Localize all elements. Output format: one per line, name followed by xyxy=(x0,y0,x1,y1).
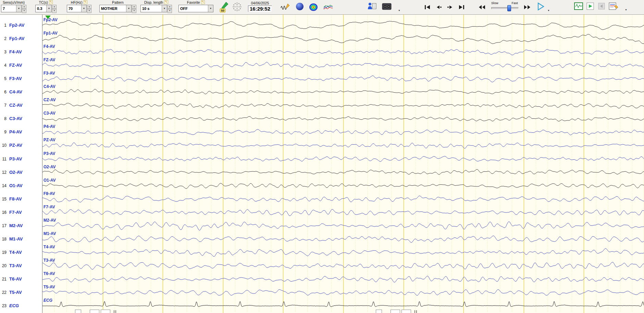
channel-label[interactable]: F7-AV xyxy=(9,209,22,216)
hf-edit-pen-icon[interactable]: ✎ xyxy=(84,0,88,4)
tc-combobox[interactable]: 0.3 ▼ xyxy=(35,5,52,12)
channel-label[interactable]: FZ-AV xyxy=(9,62,22,69)
speed-slider-track[interactable] xyxy=(491,7,519,9)
report-dropdown-arrow-icon[interactable]: ▼ xyxy=(625,8,627,12)
disp-length-spin-up-icon[interactable]: ▲ xyxy=(168,5,172,9)
channel-label[interactable]: O2-AV xyxy=(9,169,23,176)
disp-length-value: 10 s xyxy=(141,6,162,11)
hf-spinner[interactable]: ▲▼ xyxy=(87,5,91,13)
disp-length-edit-pen-icon[interactable]: ✎ xyxy=(164,0,168,4)
dsa-trend-icon[interactable] xyxy=(323,4,333,11)
channel-number: 6 xyxy=(0,89,7,95)
3d-head-map-icon[interactable] xyxy=(296,3,304,10)
event-marker-box[interactable] xyxy=(401,310,411,313)
electrode-map-icon[interactable] xyxy=(232,2,242,13)
channel-number: 2 xyxy=(0,35,7,42)
favorite-label: Favorite✎ xyxy=(178,0,214,5)
channel-label[interactable]: T6-AV xyxy=(9,276,22,283)
channel-row: 23ECG xyxy=(0,302,19,309)
topo-map-icon[interactable] xyxy=(309,3,318,13)
disp-length-spinner[interactable]: ▲▼ xyxy=(168,5,172,13)
channel-label[interactable]: P4-AV xyxy=(9,129,22,135)
pattern-spinner[interactable]: ▲▼ xyxy=(132,5,136,13)
channel-label[interactable]: T3-AV xyxy=(9,262,22,269)
channel-label[interactable]: O1-AV xyxy=(9,182,23,189)
jump-end-button[interactable] xyxy=(457,4,466,11)
channel-label[interactable]: M1-AV xyxy=(9,236,23,243)
channel-number: 3 xyxy=(0,49,7,55)
event-marker-box[interactable] xyxy=(75,310,81,313)
channel-row: 5F3-AV xyxy=(0,75,22,82)
pattern-spin-up-icon[interactable]: ▲ xyxy=(132,5,136,9)
sens-spin-down-icon[interactable]: ▼ xyxy=(22,9,26,13)
position-marker-icon[interactable] xyxy=(45,14,51,21)
video-dropdown-arrow-icon[interactable]: ▼ xyxy=(398,9,400,12)
report-edit-icon[interactable] xyxy=(608,2,619,12)
play-dropdown-arrow-icon[interactable]: ▼ xyxy=(547,9,550,12)
video-icon[interactable] xyxy=(382,2,393,12)
channel-row: 4FZ-AV xyxy=(0,62,22,69)
trace-label: T3-AV xyxy=(44,258,55,263)
event-marker-box[interactable] xyxy=(376,310,382,313)
event-marker-box[interactable] xyxy=(101,310,110,313)
step-back-button[interactable] xyxy=(434,4,443,11)
pattern-combobox[interactable]: MOTHER ▼ xyxy=(99,5,132,12)
channel-label[interactable]: M2-AV xyxy=(9,222,23,229)
tc-edit-pen-icon[interactable]: ✎ xyxy=(49,0,53,4)
channel-row: 3F4-AV xyxy=(0,49,22,55)
favorite-dropdown-arrow-icon: ▼ xyxy=(208,5,213,12)
channel-label[interactable]: T4-AV xyxy=(9,249,22,256)
tc-label: TC(s)✎ xyxy=(35,0,57,5)
hf-combobox[interactable]: 70 ▼ xyxy=(67,5,87,12)
monitor-wave-icon[interactable] xyxy=(574,2,583,12)
tc-spinner[interactable]: ▲▼ xyxy=(52,5,57,13)
jump-start-button[interactable] xyxy=(423,4,432,11)
tc-spin-up-icon[interactable]: ▲ xyxy=(52,5,57,9)
remote-play-icon[interactable] xyxy=(586,2,594,12)
step-forward-button[interactable] xyxy=(446,4,455,11)
datetime-display: 04/06/2025 16:29:52 xyxy=(245,1,275,12)
disp-length-spin-down-icon[interactable]: ▼ xyxy=(168,9,172,13)
channel-label[interactable]: P3-AV xyxy=(9,156,22,162)
sens-combobox[interactable]: 7 ▼ xyxy=(1,5,22,12)
channel-row: 7CZ-AV xyxy=(0,102,23,109)
channel-label[interactable]: C4-AV xyxy=(9,89,22,95)
channel-label[interactable]: T5-AV xyxy=(9,289,22,296)
event-marker-box[interactable] xyxy=(391,310,400,313)
channel-label[interactable]: C3-AV xyxy=(9,115,22,122)
play-button[interactable] xyxy=(536,2,545,12)
pattern-group: Pattern MOTHER ▼ ▲▼ xyxy=(99,0,136,13)
ac-filter-50-icon[interactable]: 50 xyxy=(219,1,230,14)
channel-label[interactable]: PZ-AV xyxy=(9,142,22,149)
disp-length-combobox[interactable]: 10 s ▼ xyxy=(140,5,167,12)
rewind-button[interactable] xyxy=(478,4,486,11)
patient-info-icon[interactable] xyxy=(367,2,377,13)
hf-spin-up-icon[interactable]: ▲ xyxy=(87,5,91,9)
trace-label: T5-AV xyxy=(44,285,55,289)
channel-row: 21T6-AV xyxy=(0,276,22,283)
channel-label[interactable]: F4-AV xyxy=(9,49,22,55)
tc-spin-down-icon[interactable]: ▼ xyxy=(52,9,57,13)
channel-label[interactable]: CZ-AV xyxy=(9,102,23,109)
sens-spin-up-icon[interactable]: ▲ xyxy=(22,5,26,9)
channel-label[interactable]: ECG xyxy=(9,302,19,309)
favorite-combobox[interactable]: OFF ▼ xyxy=(178,5,213,12)
speed-slider-handle[interactable] xyxy=(507,5,511,11)
ac-filter-50-badge: 50 xyxy=(221,9,224,12)
fast-forward-button[interactable] xyxy=(523,4,532,11)
channel-label[interactable]: Fp2-AV xyxy=(9,22,25,29)
channel-label[interactable]: Fp1-AV xyxy=(9,35,25,42)
tc-dropdown-arrow-icon: ▼ xyxy=(46,5,51,12)
eeg-waveform-canvas[interactable] xyxy=(42,14,644,313)
pattern-spin-down-icon[interactable]: ▼ xyxy=(132,9,136,13)
favorite-edit-pen-icon[interactable]: ✎ xyxy=(201,0,205,4)
disp-length-dropdown-arrow-icon: ▼ xyxy=(162,5,167,12)
channel-label[interactable]: F8-AV xyxy=(9,196,22,203)
hf-spin-down-icon[interactable]: ▼ xyxy=(87,9,91,13)
channel-label[interactable]: F3-AV xyxy=(9,75,22,82)
event-marker-box[interactable] xyxy=(90,310,99,313)
channel-number: 21 xyxy=(0,276,7,283)
wave-edit-icon[interactable] xyxy=(280,2,290,13)
sens-spinner[interactable]: ▲▼ xyxy=(22,5,26,13)
channel-number: 19 xyxy=(0,249,7,256)
